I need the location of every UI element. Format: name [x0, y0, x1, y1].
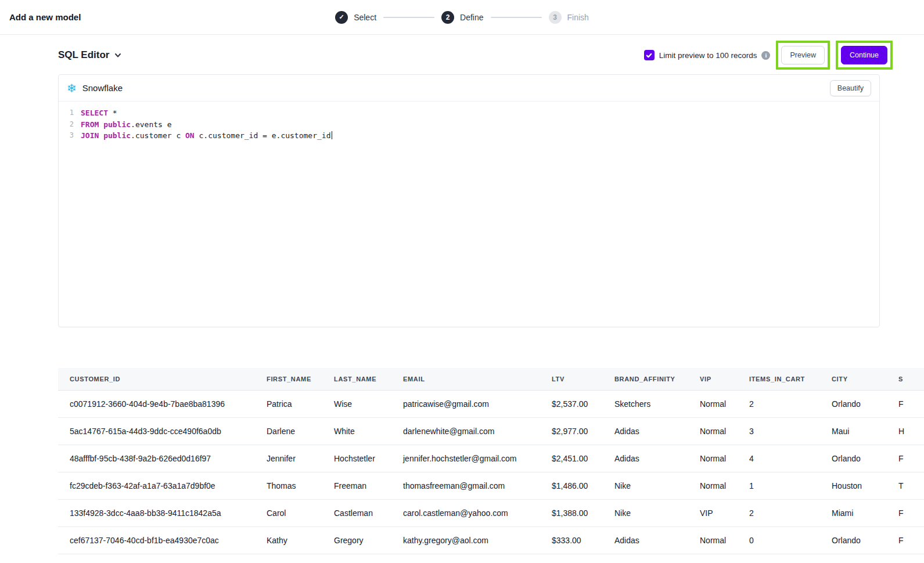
- table-cell: Normal: [688, 390, 738, 417]
- info-icon[interactable]: i: [761, 51, 770, 60]
- table-cell: Orlando: [820, 445, 887, 472]
- continue-button[interactable]: Continue: [841, 46, 887, 64]
- table-cell: Orlando: [820, 390, 887, 417]
- code-text: JOIN public.customer c ON c.customer_id …: [81, 130, 332, 142]
- table-header: CUSTOMER_IDFIRST_NAMELAST_NAMEEMAILLTVBR…: [58, 368, 924, 390]
- table-row: 5ac14767-615a-44d3-9ddc-cce490f6a0dbDarl…: [58, 417, 924, 445]
- table-cell: Darlene: [255, 417, 322, 445]
- column-header: CITY: [820, 368, 887, 390]
- table-cell: VIP: [688, 499, 738, 526]
- column-header: ITEMS_IN_CART: [738, 368, 820, 390]
- column-header: FIRST_NAME: [255, 368, 322, 390]
- step-label-select: Select: [354, 13, 376, 22]
- table-cell: Freeman: [322, 472, 391, 499]
- connector-source: ❄ Snowflake: [67, 82, 123, 94]
- line-number: 1: [63, 107, 74, 119]
- add-model-page: Add a new model ✓ Select 2 Define 3 Fini…: [0, 0, 924, 554]
- table-cell: Orlando: [820, 526, 887, 554]
- code-line[interactable]: 3JOIN public.customer c ON c.customer_id…: [59, 130, 879, 142]
- stepper: ✓ Select 2 Define 3 Finish: [335, 11, 589, 24]
- line-number: 2: [63, 119, 74, 131]
- table-cell: 1: [738, 472, 820, 499]
- table-cell: F: [887, 445, 924, 472]
- table-cell: Normal: [688, 526, 738, 554]
- table-cell: cef67137-7046-40cd-bf1b-ea4930e7c0ac: [58, 526, 255, 554]
- preview-table: CUSTOMER_IDFIRST_NAMELAST_NAMEEMAILLTVBR…: [58, 368, 924, 554]
- stepper-connector: [491, 17, 542, 18]
- preview-table-container: CUSTOMER_IDFIRST_NAMELAST_NAMEEMAILLTVBR…: [58, 368, 924, 554]
- table-cell: Normal: [688, 417, 738, 445]
- beautify-button[interactable]: Beautify: [830, 80, 871, 96]
- code-text: FROM public.events e: [81, 119, 172, 131]
- stepper-step-select[interactable]: ✓ Select: [335, 11, 376, 24]
- table-cell: Patrica: [255, 390, 322, 417]
- toolbar-right: Limit preview to 100 records i Preview C…: [644, 41, 893, 70]
- table-cell: kathy.gregory@aol.com: [391, 526, 540, 554]
- step-number-2: 2: [441, 11, 454, 24]
- sql-code-editor[interactable]: 1SELECT *2FROM public.events e3JOIN publ…: [59, 102, 879, 327]
- table-cell: thomasfreeman@gmail.com: [391, 472, 540, 499]
- sql-editor-panel: ❄ Snowflake Beautify 1SELECT *2FROM publ…: [58, 74, 880, 327]
- step-done-check-icon: ✓: [335, 11, 348, 24]
- limit-preview-control[interactable]: Limit preview to 100 records i: [644, 50, 771, 60]
- table-cell: 2: [738, 390, 820, 417]
- top-bar: Add a new model ✓ Select 2 Define 3 Fini…: [0, 0, 924, 35]
- table-row: 48afffbf-95cb-438f-9a2b-626ed0d16f97Jenn…: [58, 445, 924, 472]
- sql-editor-dropdown[interactable]: SQL Editor: [58, 49, 121, 61]
- chevron-down-icon: [114, 52, 121, 59]
- table-row: c0071912-3660-404d-9e4b-7bae8ba81396Patr…: [58, 390, 924, 417]
- stepper-connector: [383, 17, 434, 18]
- limit-preview-label: Limit preview to 100 records: [659, 51, 757, 60]
- table-cell: Normal: [688, 472, 738, 499]
- table-cell: Maui: [820, 417, 887, 445]
- table-cell: Hochstetler: [322, 445, 391, 472]
- editor-toolbar: SQL Editor Limit preview to 100 records …: [0, 42, 924, 68]
- column-header: EMAIL: [391, 368, 540, 390]
- step-number-3: 3: [549, 11, 562, 24]
- stepper-step-define[interactable]: 2 Define: [441, 11, 483, 24]
- stepper-step-finish[interactable]: 3 Finish: [549, 11, 589, 24]
- table-cell: $2,451.00: [540, 445, 603, 472]
- table-cell: jennifer.hochstetler@gmail.com: [391, 445, 540, 472]
- source-name: Snowflake: [82, 83, 123, 93]
- table-cell: c0071912-3660-404d-9e4b-7bae8ba81396: [58, 390, 255, 417]
- table-cell: 3: [738, 417, 820, 445]
- table-cell: F: [887, 499, 924, 526]
- table-cell: 4: [738, 445, 820, 472]
- table-cell: Miami: [820, 499, 887, 526]
- editor-header: ❄ Snowflake Beautify: [59, 75, 879, 102]
- table-cell: $333.00: [540, 526, 603, 554]
- table-cell: Carol: [255, 499, 322, 526]
- table-cell: $2,537.00: [540, 390, 603, 417]
- table-row: cef67137-7046-40cd-bf1b-ea4930e7c0acKath…: [58, 526, 924, 554]
- preview-button[interactable]: Preview: [781, 46, 824, 64]
- column-header: CUSTOMER_ID: [58, 368, 255, 390]
- column-header: LAST_NAME: [322, 368, 391, 390]
- table-cell: F: [887, 390, 924, 417]
- table-cell: H: [887, 417, 924, 445]
- snowflake-icon: ❄: [67, 82, 77, 94]
- column-header: VIP: [688, 368, 738, 390]
- table-cell: $1,388.00: [540, 499, 603, 526]
- table-cell: $2,977.00: [540, 417, 603, 445]
- limit-preview-checkbox[interactable]: [644, 50, 655, 60]
- code-line[interactable]: 2FROM public.events e: [59, 119, 879, 131]
- table-cell: Sketchers: [603, 390, 688, 417]
- table-cell: carol.castleman@yahoo.com: [391, 499, 540, 526]
- code-text: SELECT *: [81, 107, 117, 119]
- table-cell: Jennifer: [255, 445, 322, 472]
- table-cell: Normal: [688, 445, 738, 472]
- column-header: S: [887, 368, 924, 390]
- page-title: Add a new model: [9, 12, 81, 22]
- code-line[interactable]: 1SELECT *: [59, 107, 879, 119]
- table-cell: 5ac14767-615a-44d3-9ddc-cce490f6a0db: [58, 417, 255, 445]
- sql-editor-title: SQL Editor: [58, 49, 109, 61]
- annotation-box-continue: Continue: [836, 41, 893, 70]
- table-cell: 48afffbf-95cb-438f-9a2b-626ed0d16f97: [58, 445, 255, 472]
- step-label-finish: Finish: [567, 13, 589, 22]
- table-cell: Nike: [603, 499, 688, 526]
- table-cell: fc29cdeb-f363-42af-a1a7-63a1a7d9bf0e: [58, 472, 255, 499]
- table-cell: Adidas: [603, 526, 688, 554]
- annotation-box-preview: Preview: [776, 41, 829, 70]
- column-header: BRAND_AFFINITY: [603, 368, 688, 390]
